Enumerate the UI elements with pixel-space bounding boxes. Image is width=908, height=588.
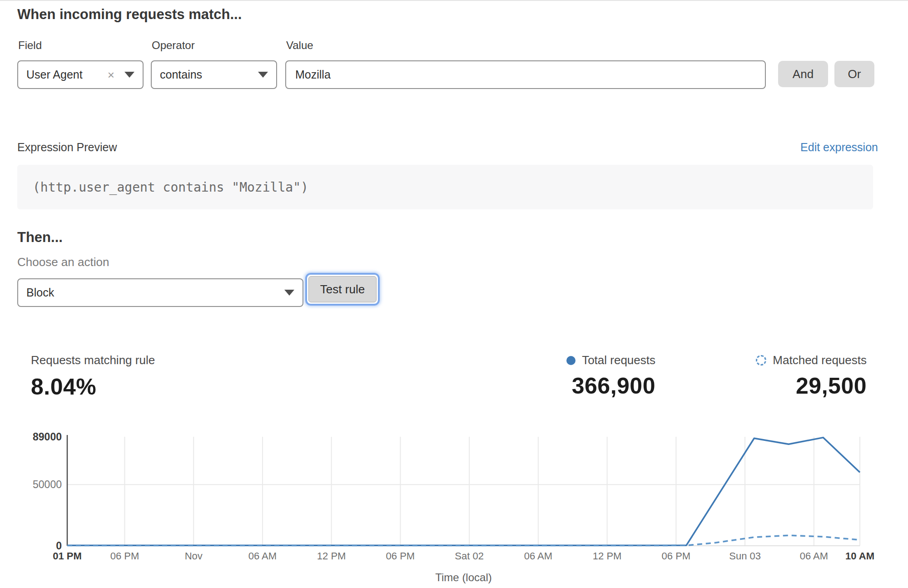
solid-dot-icon (566, 356, 576, 365)
then-heading: Then... (17, 229, 63, 246)
matched-requests-label: Matched requests (773, 353, 867, 367)
action-select-value: Block (26, 286, 54, 299)
svg-text:06 PM: 06 PM (662, 550, 691, 562)
or-button[interactable]: Or (834, 61, 874, 87)
requests-matching-stat: Requests matching rule 8.04% (31, 353, 155, 400)
field-select[interactable]: User Agent × (17, 60, 144, 89)
svg-text:Time (local): Time (local) (435, 571, 491, 583)
total-requests-stat: Total requests 366,900 (566, 353, 655, 399)
top-divider (0, 0, 908, 1)
svg-text:06 AM: 06 AM (800, 550, 828, 562)
chevron-down-icon[interactable] (284, 290, 294, 296)
chevron-down-icon[interactable] (124, 72, 134, 78)
matched-requests-stat: Matched requests 29,500 (756, 353, 867, 399)
expression-preview-label: Expression Preview (17, 141, 117, 154)
dashed-circle-icon (756, 355, 766, 366)
svg-text:Nov: Nov (185, 550, 203, 562)
svg-text:12 PM: 12 PM (593, 550, 622, 562)
svg-text:06 PM: 06 PM (110, 550, 139, 562)
total-requests-legend: Total requests (566, 353, 655, 367)
svg-text:50000: 50000 (33, 479, 62, 490)
test-rule-button[interactable]: Test rule (308, 276, 377, 302)
total-requests-value: 366,900 (572, 373, 655, 399)
requests-matching-value: 8.04% (31, 374, 155, 400)
and-button[interactable]: And (778, 61, 828, 87)
svg-text:89000: 89000 (33, 431, 62, 443)
firewall-rule-builder: When incoming requests match... Field Op… (0, 0, 908, 588)
edit-expression-link[interactable]: Edit expression (800, 141, 878, 154)
svg-text:Sat 02: Sat 02 (455, 550, 484, 562)
requests-matching-label: Requests matching rule (31, 353, 155, 367)
choose-action-label: Choose an action (17, 255, 109, 269)
chevron-down-icon[interactable] (258, 72, 268, 78)
value-label: Value (286, 39, 313, 52)
svg-text:06 AM: 06 AM (524, 550, 552, 562)
matched-requests-legend: Matched requests (756, 353, 867, 367)
operator-select[interactable]: contains (151, 60, 277, 89)
svg-text:06 PM: 06 PM (386, 550, 415, 562)
value-input[interactable] (285, 60, 766, 89)
matched-requests-value: 29,500 (796, 373, 867, 399)
operator-select-value: contains (160, 68, 202, 81)
svg-text:Sun 03: Sun 03 (729, 550, 761, 562)
operator-label: Operator (152, 39, 195, 52)
svg-text:12 PM: 12 PM (317, 550, 346, 562)
field-select-value: User Agent (26, 68, 83, 81)
total-requests-label: Total requests (582, 353, 655, 367)
expression-code: (http.user_agent contains "Mozilla") (33, 180, 308, 195)
field-label: Field (18, 39, 42, 52)
requests-line-chart: 0500008900001 PM06 PMNov06 AM12 PM06 PMS… (0, 431, 908, 588)
match-heading: When incoming requests match... (17, 6, 242, 23)
action-select[interactable]: Block (17, 278, 303, 307)
test-rule-focus-ring: Test rule (305, 273, 380, 306)
expression-preview-box: (http.user_agent contains "Mozilla") (17, 165, 873, 209)
svg-text:01 PM: 01 PM (53, 550, 82, 562)
clear-icon[interactable]: × (108, 69, 114, 81)
svg-text:10 AM: 10 AM (845, 550, 874, 562)
svg-text:06 AM: 06 AM (248, 550, 277, 562)
